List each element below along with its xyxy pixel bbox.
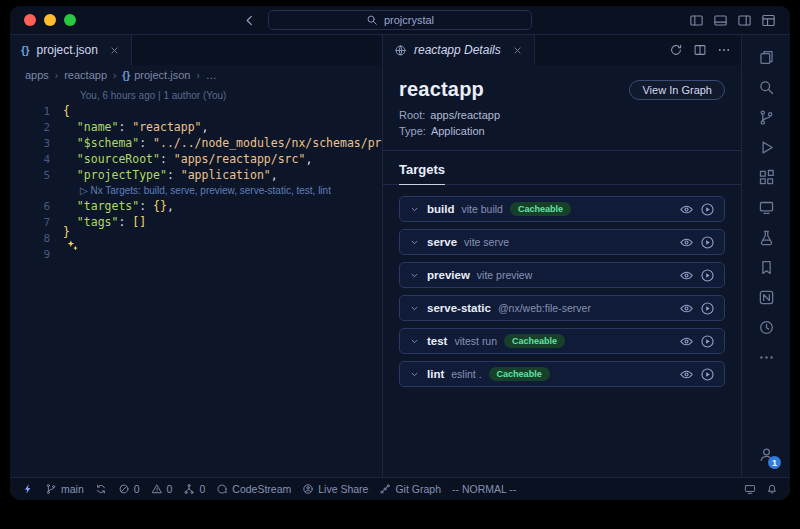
minimize-window-button[interactable]: [44, 14, 56, 26]
chevron-down-icon[interactable]: [409, 369, 420, 380]
status-fork-count[interactable]: 0: [183, 483, 205, 495]
run-target-button[interactable]: [700, 367, 715, 382]
play-circle-icon: [700, 334, 715, 349]
view-target-details-button[interactable]: [679, 235, 694, 250]
breadcrumb-item[interactable]: …: [206, 69, 217, 81]
chevron-down-icon[interactable]: [409, 336, 420, 347]
activity-item-files[interactable]: [742, 42, 790, 72]
status-warnings[interactable]: 0: [151, 483, 173, 495]
activity-item-more[interactable]: [742, 342, 790, 372]
status-notifications[interactable]: [766, 483, 778, 495]
json-icon: {}: [21, 44, 30, 56]
breadcrumb-separator: ›: [113, 70, 116, 81]
activity-item-beaker[interactable]: [742, 222, 790, 252]
status-git-graph[interactable]: Git Graph: [379, 483, 441, 495]
run-target-button[interactable]: [700, 334, 715, 349]
target-row-lint[interactable]: linteslint .Cacheable: [399, 361, 725, 387]
breadcrumb-item[interactable]: apps: [25, 69, 49, 81]
panel-bottom-toggle-button[interactable]: [713, 13, 728, 28]
chevron-down-icon[interactable]: [409, 270, 420, 281]
close-icon: [512, 45, 523, 56]
activity-item-bookmark[interactable]: [742, 252, 790, 282]
type-value: Application: [431, 124, 485, 139]
line-number: 5: [10, 169, 63, 182]
tab-reactapp-details[interactable]: reactapp Details: [383, 35, 535, 65]
run-target-button[interactable]: [700, 301, 715, 316]
code-line[interactable]: 1{: [10, 103, 382, 119]
run-target-button[interactable]: [700, 235, 715, 250]
nx-sparkle-icon: [66, 239, 79, 252]
code-line[interactable]: 3 "$schema": "../../node_modules/nx/sche…: [10, 135, 382, 151]
error-icon: [118, 483, 130, 495]
codelens-nx-targets[interactable]: ▷ Nx Targets: build, serve, preview, ser…: [10, 183, 382, 198]
view-target-details-button[interactable]: [679, 334, 694, 349]
target-row-serve-static[interactable]: serve-static@nx/web:file-server: [399, 295, 725, 321]
activity-item-source-control[interactable]: [742, 102, 790, 132]
activity-item-remote[interactable]: [742, 192, 790, 222]
breadcrumb-item[interactable]: reactapp: [64, 69, 107, 81]
target-row-serve[interactable]: servevite serve: [399, 229, 725, 255]
activity-item-nx[interactable]: [742, 282, 790, 312]
view-target-details-button[interactable]: [679, 202, 694, 217]
status-remote-indicator[interactable]: [22, 483, 34, 495]
layout-toggle-button[interactable]: [761, 13, 776, 28]
chevron-down-icon[interactable]: [409, 204, 420, 215]
target-name: build: [427, 203, 454, 215]
type-label: Type:: [399, 124, 426, 139]
code-line[interactable]: 5 "projectType": "application",: [10, 167, 382, 183]
target-row-test[interactable]: testvitest runCacheable: [399, 328, 725, 354]
chevron-down-icon: [409, 369, 420, 380]
status-git-branch[interactable]: main: [45, 483, 84, 495]
breadcrumb-item[interactable]: {}project.json: [122, 69, 190, 81]
play-circle-icon: [700, 202, 715, 217]
code-line[interactable]: 4 "sourceRoot": "apps/reactapp/src",: [10, 151, 382, 167]
chevron-down-icon[interactable]: [409, 303, 420, 314]
activity-item-debug[interactable]: [742, 132, 790, 162]
status-sync-changes[interactable]: [95, 483, 107, 495]
status-vim-mode[interactable]: -- NORMAL --: [452, 483, 516, 495]
eye-icon: [679, 334, 694, 349]
chevron-down-icon[interactable]: [409, 237, 420, 248]
status-bar: main000CodeStreamLive ShareGit Graph-- N…: [10, 477, 790, 500]
command-center-search[interactable]: projcrystal: [268, 10, 532, 30]
zoom-window-button[interactable]: [64, 14, 76, 26]
back-button[interactable]: [242, 13, 257, 28]
activity-item-extensions[interactable]: [742, 162, 790, 192]
editor-actions: [669, 35, 741, 65]
close-window-button[interactable]: [24, 14, 36, 26]
panel-right-icon: [737, 13, 752, 28]
target-row-build[interactable]: buildvite buildCacheable: [399, 196, 725, 222]
close-tab-icon[interactable]: [109, 45, 120, 56]
activity-item-history[interactable]: [742, 312, 790, 342]
run-target-button[interactable]: [700, 202, 715, 217]
panel-right-toggle-button[interactable]: [737, 13, 752, 28]
activity-item-search[interactable]: [742, 72, 790, 102]
target-command: vitest run: [454, 335, 497, 347]
view-in-graph-button[interactable]: View In Graph: [629, 80, 725, 100]
editor-group-left: {} project.json apps›reactapp›{}project.…: [10, 35, 383, 477]
status-live-share[interactable]: Live Share: [302, 483, 368, 495]
extensions-icon: [758, 169, 775, 186]
chevron-down-icon: [409, 270, 420, 281]
status-screencast[interactable]: [744, 483, 756, 495]
activity-item-account[interactable]: 1: [742, 439, 790, 469]
more-button[interactable]: [717, 43, 731, 57]
refresh-button[interactable]: [669, 43, 683, 57]
view-target-details-button[interactable]: [679, 301, 694, 316]
tab-project-json[interactable]: {} project.json: [10, 35, 132, 65]
status-errors[interactable]: 0: [118, 483, 140, 495]
history-icon: [758, 319, 775, 336]
code-line[interactable]: 6 "targets": {},: [10, 198, 382, 214]
code-editor[interactable]: You, 6 hours ago | 1 author (You)1{2 "na…: [10, 85, 382, 477]
close-tab-icon[interactable]: [512, 45, 523, 56]
view-target-details-button[interactable]: [679, 367, 694, 382]
codelens-authors[interactable]: You, 6 hours ago | 1 author (You): [10, 88, 382, 103]
view-target-details-button[interactable]: [679, 268, 694, 283]
panel-left-toggle-button[interactable]: [689, 13, 704, 28]
code-line[interactable]: 2 "name": "reactapp",: [10, 119, 382, 135]
run-target-button[interactable]: [700, 268, 715, 283]
split-button[interactable]: [693, 43, 707, 57]
code-line[interactable]: 8}: [10, 230, 382, 246]
target-row-preview[interactable]: previewvite preview: [399, 262, 725, 288]
status-codestream[interactable]: CodeStream: [216, 483, 291, 495]
